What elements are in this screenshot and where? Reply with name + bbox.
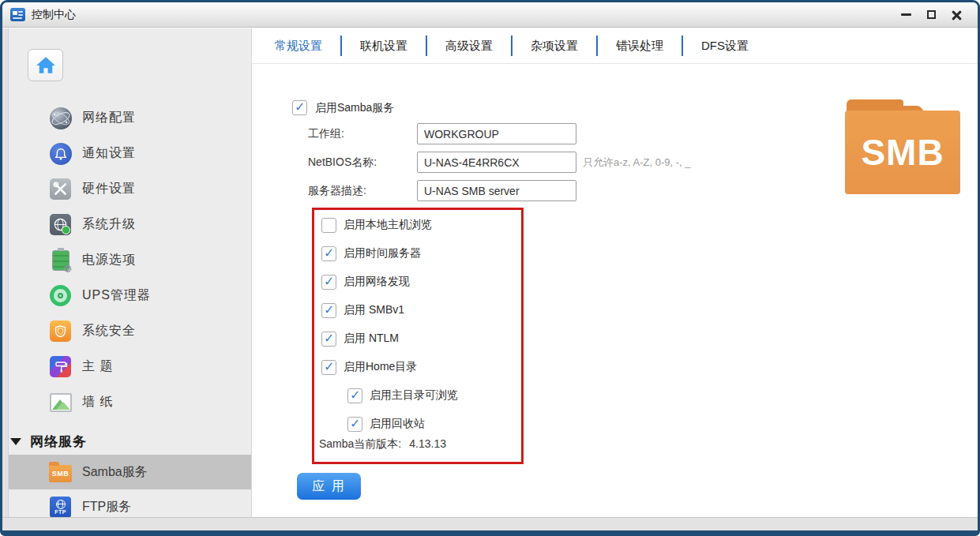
option-label: 启用主目录可浏览	[370, 388, 458, 403]
workgroup-field-row: 工作组:	[308, 123, 583, 144]
sidebar-item-ftp-service[interactable]: FTP FTP服务	[2, 489, 251, 517]
theme-paint-roller-icon	[49, 355, 72, 378]
checkbox-recycle-bin[interactable]	[347, 417, 362, 432]
sidebar-item-label: 系统安全	[82, 323, 136, 339]
settings-content: 常规设置 联机设置 高级设置 杂项设置 错误处理 DFS设置 启用Samba服务…	[252, 28, 978, 517]
tab-error-handling[interactable]: 错误处理	[603, 39, 676, 54]
tab-advanced-settings[interactable]: 高级设置	[433, 39, 505, 54]
option-row: 启用Home目录	[321, 359, 417, 375]
sidebar-item-label: 通知设置	[82, 145, 136, 162]
tab-separator	[596, 36, 598, 56]
sidebar-item-hardware-settings[interactable]: 硬件设置	[2, 171, 251, 207]
ups-manager-icon	[49, 284, 72, 307]
workgroup-label: 工作组:	[308, 127, 417, 141]
sidebar-item-system-security[interactable]: 系统安全	[2, 313, 251, 349]
netbios-hint: 只允许a-z, A-Z, 0-9, -, _	[583, 156, 691, 170]
sidebar-item-label: 系统升级	[82, 216, 136, 233]
sidebar-item-label: 墙 纸	[82, 394, 113, 410]
netbios-label: NetBIOS名称:	[308, 156, 417, 170]
option-label: 启用网络发现	[344, 275, 410, 289]
option-label: 启用回收站	[370, 417, 425, 431]
samba-version-row: Samba当前版本:4.13.13	[319, 437, 446, 452]
sidebar-item-notification-settings[interactable]: 通知设置	[2, 136, 251, 171]
smb-art-label: SMB	[861, 131, 944, 174]
home-button[interactable]	[28, 49, 63, 81]
sidebar-item-label: 网络配置	[82, 110, 136, 126]
sidebar-item-wallpaper[interactable]: 墙 纸	[2, 384, 251, 420]
option-label: 启用 SMBv1	[344, 303, 404, 317]
server-description-input[interactable]	[417, 180, 576, 201]
sidebar: 网络配置 通知设置 硬件设置 系统升级	[2, 28, 252, 517]
netbios-field-row: NetBIOS名称: 只允许a-z, A-Z, 0-9, -, _	[308, 152, 691, 173]
checkbox-home-browseable[interactable]	[347, 388, 362, 403]
sidebar-scrollbar[interactable]	[2, 28, 9, 517]
annotation-highlight-box: 启用本地主机浏览 启用时间服务器 启用网络发现 启用 SMBv1 启用 NTLM	[312, 208, 524, 464]
maximize-button[interactable]	[924, 8, 938, 22]
ftp-globe-icon: FTP	[49, 496, 72, 518]
control-center-window: 控制中心 网络配置 通知设置	[0, 0, 980, 536]
sidebar-section-network-services[interactable]: 网络服务	[2, 428, 251, 455]
option-row: 启用 SMBv1	[321, 302, 404, 318]
control-center-app-icon	[10, 8, 25, 21]
sidebar-item-label: 硬件设置	[82, 181, 136, 197]
sidebar-item-label: FTP服务	[82, 499, 131, 515]
sidebar-item-network-config[interactable]: 网络配置	[2, 100, 251, 136]
option-label: 启用本地主机浏览	[344, 218, 432, 232]
checkbox-home-directory[interactable]	[321, 360, 336, 375]
checkbox-smbv1[interactable]	[321, 303, 336, 318]
checkbox-ntlm[interactable]	[321, 332, 336, 347]
tab-general-settings[interactable]: 常规设置	[262, 39, 335, 54]
tab-dfs-settings[interactable]: DFS设置	[689, 39, 761, 54]
option-label: 启用时间服务器	[344, 246, 421, 261]
enable-samba-row: 启用Samba服务	[292, 100, 394, 115]
samba-version-value: 4.13.13	[409, 437, 446, 450]
wallpaper-icon	[49, 391, 72, 414]
option-row: 启用回收站	[347, 416, 425, 432]
smb-badge-label: SMB	[52, 470, 69, 478]
tab-bar: 常规设置 联机设置 高级设置 杂项设置 错误处理 DFS设置	[252, 28, 978, 64]
enable-samba-checkbox[interactable]	[292, 100, 307, 115]
hardware-tools-icon	[49, 178, 72, 201]
tab-separator	[511, 36, 513, 56]
enable-samba-label: 启用Samba服务	[315, 101, 394, 115]
apply-button[interactable]: 应 用	[297, 473, 361, 500]
tab-separator	[681, 36, 683, 56]
status-bar	[2, 517, 978, 530]
option-row: 启用时间服务器	[321, 246, 421, 261]
system-upgrade-icon	[49, 213, 72, 236]
sidebar-item-ups-manager[interactable]: UPS管理器	[2, 278, 251, 313]
option-row: 启用本地主机浏览	[321, 217, 432, 233]
checkbox-time-server[interactable]	[321, 246, 336, 261]
notification-bell-icon	[49, 142, 72, 165]
network-globe-icon	[49, 107, 72, 129]
sidebar-item-theme[interactable]: 主 题	[2, 349, 251, 384]
close-button[interactable]	[949, 8, 963, 22]
smb-folder-illustration: SMB	[845, 99, 960, 194]
tab-misc-settings[interactable]: 杂项设置	[518, 39, 591, 54]
minimize-button[interactable]	[899, 8, 913, 22]
sidebar-item-system-upgrade[interactable]: 系统升级	[2, 207, 251, 242]
sidebar-item-samba-service[interactable]: SMB Samba服务	[2, 455, 251, 489]
option-label: 启用 NTLM	[344, 332, 399, 346]
tab-separator	[426, 36, 427, 56]
checkbox-network-discovery[interactable]	[321, 275, 336, 290]
checkbox-local-host-browse[interactable]	[321, 218, 336, 233]
home-icon	[36, 56, 56, 75]
netbios-name-input[interactable]	[417, 152, 576, 173]
server-description-field-row: 服务器描述:	[308, 180, 583, 201]
sidebar-item-label: UPS管理器	[82, 287, 151, 304]
option-row: 启用网络发现	[321, 274, 410, 290]
chevron-down-icon	[10, 438, 21, 445]
power-battery-icon: ⚙	[49, 249, 72, 272]
sidebar-item-label: 电源选项	[82, 252, 136, 268]
tab-separator	[340, 36, 342, 56]
option-label: 启用Home目录	[344, 360, 417, 374]
ftp-badge-label: FTP	[54, 509, 66, 515]
title-bar: 控制中心	[2, 2, 978, 28]
sidebar-item-power-options[interactable]: ⚙ 电源选项	[2, 242, 251, 278]
tab-online-settings[interactable]: 联机设置	[347, 39, 420, 54]
smb-folder-icon: SMB	[49, 461, 72, 484]
window-controls	[899, 8, 970, 22]
workgroup-input[interactable]	[417, 123, 576, 144]
section-label: 网络服务	[30, 433, 87, 451]
